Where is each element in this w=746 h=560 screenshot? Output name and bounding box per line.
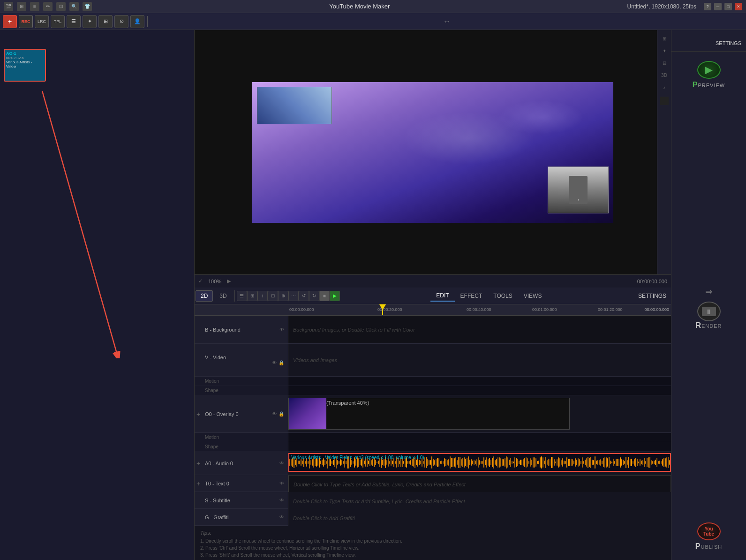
toolbar-icon-4[interactable]: ⊡ [56, 2, 66, 11]
tl-btn-undo[interactable]: ↺ [299, 291, 309, 301]
close-button[interactable]: ✕ [735, 3, 742, 10]
ov-eye-icon[interactable]: 👁 [272, 411, 277, 416]
tl-btn-dots[interactable]: ⋯ [288, 291, 299, 301]
preview-button[interactable]: ▶ PPREVIEW [690, 61, 728, 89]
video-motion-content [288, 377, 671, 386]
au-eye-icon[interactable]: 👁 [279, 461, 284, 466]
tl-btn-plus[interactable]: ⊕ [278, 291, 288, 301]
prev-icon-2[interactable]: ✦ [660, 46, 669, 55]
rec-button[interactable]: REC [19, 15, 33, 28]
app-title: YouTube Movie Maker [92, 3, 627, 10]
toolbar-icon-5[interactable]: 🔍 [69, 2, 79, 11]
subtitle-track-content[interactable]: Double Click to Type Texts or Add Subtit… [288, 492, 671, 511]
zoom-level: 100% [206, 279, 223, 284]
prev-icon-4[interactable]: 3D [660, 70, 669, 80]
title-bar-left: 🎬 ⊞ ≡ ✏ ⊡ 🔍 👕 [4, 2, 92, 11]
mode-3d-button[interactable]: 3D [215, 291, 231, 301]
prev-icon-5[interactable]: ♪ [660, 83, 669, 92]
overlay-shape-label: Shape [195, 442, 288, 451]
overlay-motion-content [288, 433, 671, 442]
overlay-track-icons: 👁 🔒 [272, 411, 284, 416]
tab-views[interactable]: VIEWS [518, 291, 548, 301]
ov-lock-icon[interactable]: 🔒 [279, 411, 284, 416]
overlay-track-label: + O0 - Overlay 0 👁 🔒 [195, 395, 288, 432]
toolbar-icon-3[interactable]: ✏ [43, 2, 53, 11]
bg-eye-icon[interactable]: 👁 [279, 327, 284, 332]
publish-button[interactable]: YouTube PUBLISH [690, 522, 728, 551]
preview-time: 00:00:00.000 [637, 279, 667, 284]
graffiti-label-text: G - Graffiti [205, 515, 229, 520]
sub-eye-icon[interactable]: 👁 [279, 498, 284, 503]
media-item-1[interactable]: AO-1 00:02:32.6 Various Artists - Valder [4, 49, 46, 82]
text-track-icons: 👁 [279, 481, 284, 486]
gr-eye-icon[interactable]: 👁 [279, 515, 284, 520]
video-track-label: V - Video 👁 🔒 [195, 344, 288, 376]
mode-2d-button[interactable]: 2D [196, 290, 213, 302]
tl-btn-expand[interactable]: ⊡ [268, 291, 278, 301]
maximize-button[interactable]: ─ [714, 3, 722, 10]
video-track-content[interactable]: Videos and Images [288, 344, 671, 376]
toolbar-icon-6[interactable]: 👕 [83, 2, 92, 11]
tl-btn-grid[interactable]: ⊞ [247, 291, 257, 301]
audio-label-text: A0 - Audio 0 [205, 461, 233, 466]
text-hint: Double Click to Type Texts or Add Subtit… [294, 482, 466, 487]
timeline-ruler[interactable]: 00:00:00.000 00:00:20.000 00:00:40.000 0… [195, 304, 671, 316]
preview-check-icon: ✓ [198, 278, 203, 284]
overlay-clip[interactable]: (Transparent 40%) [288, 398, 570, 430]
tl-btn-redo[interactable]: ↻ [309, 291, 319, 301]
text-track-content[interactable]: Double Click to Type Texts or Add Subtit… [288, 475, 671, 494]
tl-btn-arrow[interactable]: ↕ [257, 291, 268, 301]
tl-btn-play[interactable]: ▶ [330, 291, 340, 301]
graffiti-track-content[interactable]: Double Click to Add Graffiti [288, 509, 671, 528]
person-button[interactable]: 👤 [130, 15, 144, 28]
text-track: + T0 - Text 0 👁 Double Click to Type Tex… [195, 475, 671, 492]
toolbar-icon-1[interactable]: ⊞ [17, 2, 26, 11]
publish-label: PUBLISH [695, 542, 722, 551]
overlay-track-content[interactable]: (Transparent 40%) [288, 395, 671, 432]
star-button[interactable]: ✦ [83, 15, 97, 28]
audio-add-btn[interactable]: + [196, 460, 200, 467]
background-track: B - Background 👁 Background Images, or D… [195, 316, 671, 344]
subtitle-track-icons: 👁 [279, 498, 284, 503]
ruler-time-0: 00:00:00.000 [289, 307, 314, 312]
minimize-button[interactable]: ? [704, 3, 711, 10]
tl-btn-list[interactable]: ☰ [237, 291, 247, 301]
overlay-add-btn[interactable]: + [196, 410, 200, 418]
tpl-button[interactable]: TPL [51, 15, 65, 28]
video-shape-label: Shape [195, 386, 288, 395]
ruler-time-2: 00:00:40.000 [467, 307, 491, 312]
right-arrow-icon: ⇒ [705, 287, 712, 297]
toolbar-icon-2[interactable]: ≡ [30, 2, 39, 11]
grid-button[interactable]: ⊞ [98, 15, 113, 28]
prev-icon-3[interactable]: ⊟ [660, 58, 669, 68]
circle-button[interactable]: ⊙ [114, 15, 128, 28]
restore-button[interactable]: □ [724, 3, 732, 10]
add-button[interactable]: + [3, 15, 17, 28]
v-eye-icon[interactable]: 👁 [272, 360, 277, 365]
preview-circle-icon: ▶ [697, 61, 721, 79]
main-layout: AO-1 00:02:32.6 Various Artists - Valder [0, 30, 746, 560]
prev-icon-1[interactable]: ⊞ [660, 34, 669, 43]
tips-section: Tips: 1. Directly scroll the mouse wheel… [195, 526, 671, 560]
media-library: AO-1 00:02:32.6 Various Artists - Valder [0, 44, 194, 157]
ruler-time-3: 00:01:00.000 [532, 307, 557, 312]
text-add-btn[interactable]: + [196, 480, 200, 487]
audio-clip[interactable]: Various Artists - Valder Fields .mp3 (sp… [288, 453, 671, 472]
subtitle-label-text: S - Subtitle [205, 498, 230, 503]
lrc-button[interactable]: LRC [35, 15, 49, 28]
tab-effect[interactable]: EFFECT [455, 291, 488, 301]
tl-btn-stop[interactable]: ■ [319, 291, 330, 301]
background-track-content[interactable]: Background Images, or Double Click to Fi… [288, 316, 671, 343]
v-lock-icon[interactable]: 🔒 [279, 360, 284, 365]
preview-play-icon[interactable]: ▶ [227, 278, 231, 284]
video-track: V - Video 👁 🔒 Videos and Images [195, 344, 671, 377]
audio-track-content[interactable]: Various Artists - Valder Fields .mp3 (sp… [288, 452, 671, 475]
list-button[interactable]: ☰ [67, 15, 81, 28]
publish-circle-icon: YouTube [697, 522, 721, 540]
overlay-clip-thumbnail [289, 398, 326, 429]
tab-tools[interactable]: TOOLS [488, 291, 518, 301]
render-button[interactable]: ▐▌ RENDER [690, 302, 728, 330]
tab-edit[interactable]: EDIT [430, 290, 454, 302]
tx-eye-icon[interactable]: 👁 [279, 481, 284, 486]
graffiti-hint: Double Click to Add Graffiti [293, 515, 355, 521]
